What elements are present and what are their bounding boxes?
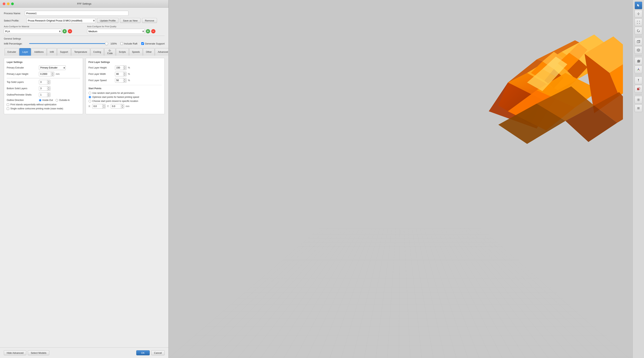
tab-extruder[interactable]: Extruder [4,48,19,56]
tab-temperature[interactable]: Temperature [71,48,90,56]
profile-select-wrapper: Prusa Research Original Prusa i3 MK3 (mo… [26,18,96,23]
minimize-button[interactable] [7,3,10,5]
tab-speeds[interactable]: Speeds [129,48,143,56]
first-height-up[interactable]: ▲ [123,66,126,68]
auto-configure-section: Auto-Configure for Material PLA ABS PETG [4,25,165,34]
first-width-up[interactable]: ▲ [123,72,126,74]
remove-quality-button[interactable]: − [151,29,156,33]
tab-additions[interactable]: Additions [31,48,46,56]
bottom-layers-down[interactable]: ▼ [47,89,50,91]
bottom-layers-stepper-buttons: ▲ ▼ [47,86,50,91]
hide-advanced-button[interactable]: Hide Advanced [4,350,26,355]
right-toolbar [632,0,644,358]
y-coord-up[interactable]: ▲ [121,104,124,107]
layer-height-up[interactable]: ▲ [51,72,54,74]
specific-start-label[interactable]: Choose start point closest to specific l… [88,100,162,103]
material-select[interactable]: PLA ABS PETG [4,29,61,34]
outline-shells-up[interactable]: ▲ [47,93,50,95]
tab-support[interactable]: Support [57,48,71,56]
material-select-wrapper: PLA ABS PETG [4,29,61,34]
first-width-down[interactable]: ▼ [123,74,126,76]
solidview-icon [637,87,640,91]
tab-infill[interactable]: Infill [47,48,57,56]
first-speed-up[interactable]: ▲ [123,78,126,81]
primary-layer-height-row: Primary Layer Height ▲ ▼ mm [7,72,80,76]
x-coord-up[interactable]: ▲ [102,104,106,107]
infill-slider[interactable] [29,43,108,44]
include-raft-label[interactable]: Include Raft [120,42,137,45]
toolbar-divider-1 [635,36,642,36]
first-height-down[interactable]: ▼ [123,68,126,70]
view3d-button[interactable] [634,38,642,46]
y-coord-down[interactable]: ▼ [121,107,124,109]
select-models-button[interactable]: Select Models [28,350,49,355]
solidview-button[interactable] [634,85,642,93]
close-button[interactable] [3,3,5,5]
first-layer-settings-label: First Layer Settings [88,61,162,64]
viewcube-button[interactable] [634,57,642,65]
random-start-radio[interactable] [88,92,91,94]
quality-select[interactable]: Medium Low High [87,29,145,34]
process-name-input[interactable] [25,11,128,16]
ok-button[interactable]: OK [136,350,150,355]
maximize-button[interactable] [11,3,14,5]
tab-advanced[interactable]: Advanced [155,48,168,56]
tab-cooling[interactable]: Cooling [90,48,104,56]
settings-button[interactable] [634,96,642,104]
inside-out-label[interactable]: Inside-Out [39,99,53,102]
first-layer-width-unit: % [128,73,130,75]
layer-height-down[interactable]: ▼ [51,74,54,76]
move-icon [637,12,640,16]
top-layers-down[interactable]: ▼ [47,82,50,84]
optimize-start-label[interactable]: Optimize start points for fastest printi… [88,96,162,98]
print-islands-checkbox[interactable] [7,103,9,106]
vase-mode-row: Single outline corkscrew printing mode (… [7,107,80,110]
outside-in-radio[interactable] [56,99,58,102]
move-tool-button[interactable] [634,10,642,18]
include-raft-checkbox[interactable] [120,42,123,45]
scale-icon [637,21,640,24]
tab-scripts[interactable]: Scripts [116,48,129,56]
add-quality-button[interactable]: + [146,29,150,33]
perspective-button[interactable] [634,46,642,54]
rotate-tool-button[interactable] [634,27,642,35]
remove-material-button[interactable]: − [68,29,72,33]
tab-other[interactable]: Other [143,48,154,56]
move2-button[interactable] [634,77,642,84]
profile-select[interactable]: Prusa Research Original Prusa i3 MK3 (mo… [26,18,96,23]
material-row: PLA ABS PETG + − [4,29,82,34]
top-layers-up[interactable]: ▲ [47,80,50,82]
inside-out-radio[interactable] [39,99,42,102]
layer-settings-label: Layer Settings [7,61,80,64]
bottom-layers-up[interactable]: ▲ [47,86,50,89]
first-speed-down[interactable]: ▼ [123,81,126,83]
svg-rect-27 [637,41,639,43]
generate-support-checkbox[interactable] [141,42,144,45]
optimize-start-radio[interactable] [88,96,91,98]
cursor-tool-button[interactable] [634,2,642,9]
layers-icon [637,107,640,110]
remove-button[interactable]: Remove [142,18,157,23]
axis-button[interactable] [634,66,642,73]
auto-configure-quality-group: Auto-Configure for Print Quality Medium … [87,25,165,34]
bottom-left-buttons: Hide Advanced Select Models [4,350,49,355]
print-islands-label: Print islands sequentially without optim… [10,103,56,106]
update-profile-button[interactable]: Update Profile [97,18,118,23]
title-bar: FFF Settings [0,0,168,8]
x-coord-down[interactable]: ▼ [102,107,106,109]
random-start-label[interactable]: Use random start points for all perimete… [88,92,162,94]
vase-mode-checkbox[interactable] [7,107,9,110]
tab-gcode[interactable]: G-Code [104,48,116,56]
layers-button[interactable] [634,104,642,112]
generate-support-label[interactable]: Generate Support [141,42,165,45]
cancel-button[interactable]: Cancel [151,350,165,355]
tab-layer[interactable]: Layer [19,48,31,56]
outline-shells-down[interactable]: ▼ [47,95,50,97]
add-material-button[interactable]: + [62,29,67,33]
save-as-new-button[interactable]: Save as New [120,18,140,23]
scale-tool-button[interactable] [634,19,642,26]
coord-unit: mm [126,105,130,108]
extruder-select[interactable]: Primary Extruder [39,66,66,70]
outside-in-label[interactable]: Outside-In [56,99,70,102]
specific-start-radio[interactable] [88,100,91,103]
